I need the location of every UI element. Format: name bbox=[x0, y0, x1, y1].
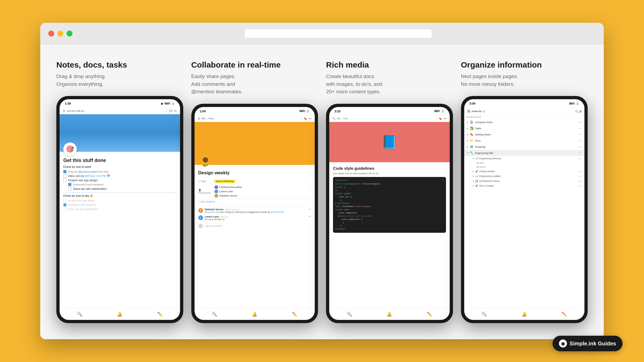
more-icon-comment-2[interactable]: ••• bbox=[230, 215, 311, 218]
hamburger-icon[interactable]: ☰ bbox=[63, 109, 65, 112]
getting-started-label: Getting Started bbox=[479, 170, 495, 173]
workspace-selector[interactable]: A Acme Inc. ◻ bbox=[467, 109, 485, 113]
compose-icon-2[interactable]: ✏️ bbox=[292, 312, 297, 317]
code-page-title: Code style guidelines bbox=[333, 166, 446, 171]
participant-1: Ferdinand Bernadine bbox=[214, 185, 311, 189]
page-title-1: Get this stuff done bbox=[63, 158, 176, 163]
maximize-button[interactable] bbox=[67, 31, 72, 36]
bell-icon-3[interactable]: 🔔 bbox=[387, 312, 392, 317]
phone1-body: Get this stuff done Finish by end of wee… bbox=[60, 152, 180, 308]
bell-icon-4[interactable]: 🔔 bbox=[522, 312, 527, 317]
phone4-screen: 3:04 WiFi 🔋 A Acme Inc. ◻ 🔍 bbox=[464, 99, 585, 320]
bookmark-icon-3[interactable]: 🔖 bbox=[439, 117, 442, 120]
phone-bottom-bar-4: 🔍 🔔 ✏️ bbox=[464, 308, 585, 320]
sidebar-sub-engineering-dir[interactable]: ▶ 📋 Engineering Directory ••• + bbox=[464, 156, 585, 161]
sidebar-sub-by-tenure[interactable]: By tenure bbox=[464, 165, 585, 169]
sidebar-item-company-home[interactable]: ▶ 🏠 Company Home ••• + bbox=[464, 119, 585, 125]
more-icon-2[interactable]: ••• bbox=[309, 117, 312, 120]
toolbar-actions-4: 🔍 ☰ bbox=[575, 110, 582, 113]
prop-key-type: ⬡ Type bbox=[198, 180, 214, 183]
minimize-button[interactable] bbox=[57, 31, 63, 36]
share-icon-3[interactable]: ↑ bbox=[436, 117, 437, 120]
comment-icon[interactable]: 💬 bbox=[169, 109, 172, 112]
deploy-icon: 🚀 bbox=[475, 184, 478, 187]
book-icon: 📘 bbox=[381, 135, 397, 150]
expand-arrow: ▶ bbox=[467, 127, 468, 130]
more-icon-comment-1[interactable]: ••• bbox=[241, 208, 311, 211]
browser-content: Notes, docs, tasks Drag & drop anything.… bbox=[40, 44, 604, 339]
search-icon-2[interactable]: 🔍 bbox=[212, 312, 217, 317]
sidebar-label-roadmap: Roadmap bbox=[475, 146, 577, 148]
time-3: 3:15 bbox=[335, 110, 341, 113]
breadcrumb-3: En... / Co... bbox=[337, 117, 349, 120]
hamburger-icon-4[interactable]: ☰ bbox=[579, 110, 582, 113]
close-button[interactable] bbox=[48, 31, 54, 36]
sidebar-item-tasks[interactable]: ▶ ✅ Tasks ••• + bbox=[464, 125, 585, 131]
phone-bottom-bar-2: 🔍 🔔 ✏️ bbox=[195, 308, 315, 320]
phone3-body: Code style guidelines Use styled JSX to … bbox=[329, 162, 450, 308]
bell-icon-2[interactable]: 🔔 bbox=[252, 312, 257, 317]
docs-icon: 📁 bbox=[470, 139, 474, 142]
compose-icon[interactable]: ✏️ bbox=[157, 312, 163, 317]
roadmap-icon: 🗺️ bbox=[470, 145, 474, 149]
expand-arrow: ▶ bbox=[467, 146, 468, 148]
share-icon-2[interactable]: ↑ bbox=[301, 117, 302, 120]
expand-arrow: ▶ bbox=[467, 121, 468, 123]
task-checkbox[interactable] bbox=[63, 179, 67, 182]
add-comment-input[interactable]: ? Add a comment... bbox=[198, 223, 311, 230]
code-line: <div className="cool-compone bbox=[335, 205, 444, 208]
share-icon[interactable]: ↑ bbox=[166, 109, 167, 112]
sidebar-sub-deploy[interactable]: ▶ 🚀 How to Deploy ••• + bbox=[464, 183, 585, 188]
search-icon[interactable]: 🔍 bbox=[77, 312, 82, 317]
phone-mockup-3: 3:15 WiFi 🔋 🔧 En... / Co... ↑ 🔖 ••• bbox=[326, 104, 453, 323]
compose-icon-3[interactable]: ✏️ bbox=[427, 312, 432, 317]
sidebar-item-roadmap[interactable]: ▶ 🗺️ Roadmap ••• + bbox=[464, 144, 585, 150]
add-property[interactable]: + Add a property bbox=[198, 199, 311, 204]
task-checkbox-checked[interactable] bbox=[63, 170, 67, 173]
code-line: <style jsx> bbox=[335, 208, 444, 211]
search-icon-4[interactable]: 🔍 bbox=[575, 110, 578, 113]
simpleink-badge[interactable]: ◉ Simple.ink Guides bbox=[552, 336, 623, 351]
hamburger-icon-2[interactable]: ☰ bbox=[198, 117, 200, 120]
sidebar-item-actions: ••• + bbox=[578, 134, 582, 135]
address-bar[interactable] bbox=[244, 29, 432, 38]
target-icon: 🎯 bbox=[63, 142, 77, 156]
sidebar-sub-dev-lifecycle[interactable]: ▶ 🔄 Development Lifecy... ••• + bbox=[464, 179, 585, 183]
sidebar-sub-getting-started[interactable]: ▶ 🚀 Getting Started ••• + bbox=[464, 169, 585, 174]
property-row-type: ⬡ Type Sprint Planning bbox=[198, 179, 311, 184]
sidebar-item-actions: ••• + bbox=[578, 127, 582, 129]
search-icon-sidebar[interactable]: 🔍 bbox=[481, 312, 487, 317]
sidebar-sub-eng-guideline[interactable]: ▶ 📖 Engineering Guidelin... ••• + bbox=[464, 174, 585, 179]
sprint-badge: Sprint Planning bbox=[214, 180, 236, 183]
participant-2: Lavern Lane bbox=[214, 189, 311, 194]
dev-lifecycle-label: Development Lifecy... bbox=[479, 180, 501, 182]
feature-title-3: Rich media bbox=[326, 60, 453, 69]
bookmark-icon-2[interactable]: 🔖 bbox=[304, 117, 307, 120]
more-icon[interactable]: ••• bbox=[174, 109, 177, 112]
sidebar-item-meeting-notes[interactable]: ▶ 🔖 Meeting Notes ••• + bbox=[464, 131, 585, 138]
search-icon-3[interactable]: 🔍 bbox=[347, 312, 352, 317]
prop-val-type: Sprint Planning bbox=[214, 180, 311, 183]
comment-2: L Lavern Lane Just now ••• On my to-do l… bbox=[198, 215, 311, 221]
sidebar-item-engineering-wiki[interactable]: ▶ 🔧 Engineering Wiki ••• + bbox=[464, 150, 585, 156]
task-checkbox[interactable] bbox=[68, 187, 71, 190]
code-line: @media screen and (min-widt bbox=[335, 215, 444, 218]
tasks-icon: ✅ bbox=[470, 127, 474, 130]
person-icon: 👤 bbox=[198, 189, 201, 191]
compose-icon-4[interactable]: ✏️ bbox=[562, 312, 567, 317]
feature-column-3: Rich media Create beautiful docswith ima… bbox=[326, 60, 453, 323]
copy-icon[interactable]: ⎘ bbox=[443, 179, 444, 181]
sidebar-item-docs[interactable]: ▶ 📁 Docs ••• + bbox=[464, 138, 585, 144]
bell-icon[interactable]: 🔔 bbox=[117, 312, 122, 317]
tool-icon-3[interactable]: 🔧 bbox=[332, 117, 336, 120]
phone-mockup-4: 3:04 WiFi 🔋 A Acme Inc. ◻ 🔍 bbox=[461, 96, 588, 323]
participant-3: Rebekah Vernon bbox=[214, 194, 311, 198]
phone4-toolbar: A Acme Inc. ◻ 🔍 ☰ bbox=[464, 108, 585, 115]
more-icon-3[interactable]: ••• bbox=[444, 117, 447, 120]
workspace-name: Acme Inc. ◻ bbox=[472, 110, 485, 113]
task-checkbox[interactable] bbox=[63, 174, 67, 178]
task-checkbox-checked[interactable] bbox=[68, 183, 71, 186]
task-item: Inbox zero by @Friday 5:00 PM 📅 bbox=[63, 174, 176, 178]
code-line: }`}</style> bbox=[335, 202, 444, 205]
sidebar-sub-by-team[interactable]: By team bbox=[464, 161, 585, 165]
